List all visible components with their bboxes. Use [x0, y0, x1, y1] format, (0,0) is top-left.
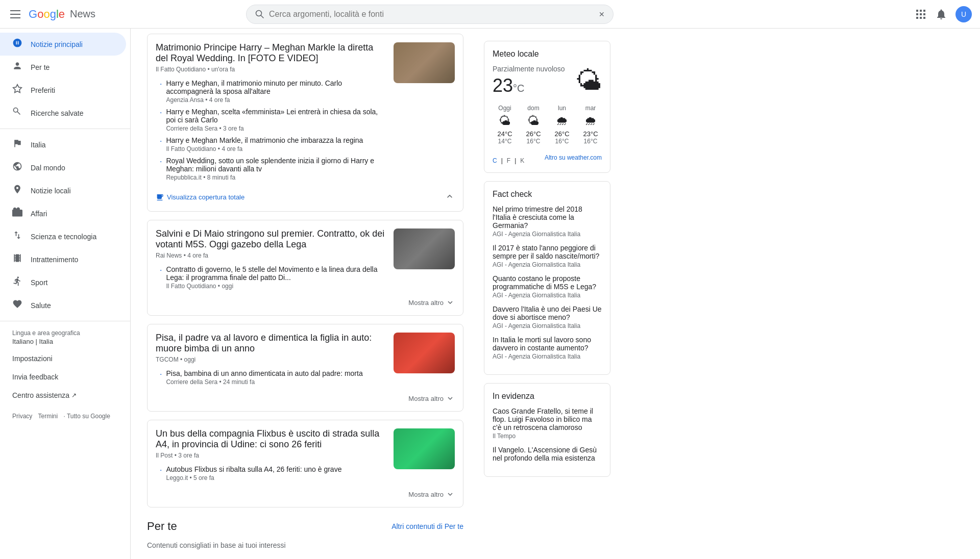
article-title[interactable]: Salvini e Di Maio stringono sul premier.… [156, 228, 385, 250]
search-icon [255, 9, 265, 19]
weather-unit-links: C | F | K [493, 157, 524, 164]
svg-rect-3 [920, 10, 922, 12]
collapse-button[interactable] [445, 191, 455, 203]
in-evidenza-widget: In evidenza Caos Grande Fratello, si tem… [484, 383, 610, 477]
sub-content: Contratto di governo, le 5 stelle del Mo… [166, 265, 385, 290]
svg-rect-4 [923, 10, 925, 12]
search-bar[interactable]: ✕ [246, 5, 614, 24]
svg-line-13 [17, 112, 20, 114]
evidenza-article-title[interactable]: Caos Grande Fratello, si teme il flop. L… [493, 407, 602, 431]
sidebar-item-label: Ricerche salvate [31, 109, 84, 117]
search-input[interactable] [269, 10, 595, 19]
article-title[interactable]: Matrimonio Principe Harry – Meghan Markl… [156, 42, 385, 64]
sidebar-item-italia[interactable]: Italia [0, 133, 126, 156]
article-title[interactable]: Pisa, il padre va al lavoro e dimentica … [156, 333, 385, 354]
svg-rect-8 [916, 17, 918, 19]
show-more-button[interactable]: Mostra altro [408, 394, 455, 403]
article-source: TGCOM • oggi [156, 356, 385, 363]
sidebar-item-impostazioni[interactable]: Impostazioni [0, 349, 126, 368]
news-logo-text: News [70, 8, 95, 20]
sidebar-item-help[interactable]: Centro assistenza ↗ [0, 386, 126, 404]
forecast-icon: 🌧 [556, 114, 568, 128]
forecast-lo: 16°C [584, 138, 598, 145]
sport-icon [12, 276, 22, 289]
article-title[interactable]: Un bus della compagnia Flixbus è uscito … [156, 428, 385, 450]
fahrenheit-link[interactable]: F [507, 157, 510, 164]
kelvin-link[interactable]: K [520, 157, 524, 164]
forecast-label: lun [558, 105, 566, 112]
sub-title[interactable]: Harry e Meghan, il matrimonio minuto per… [166, 79, 385, 95]
sub-dot: · [160, 370, 162, 379]
language-setting[interactable]: Lingua e area geografica Italiano | Ital… [0, 325, 130, 349]
article-content: Salvini e Di Maio stringono sul premier.… [156, 228, 385, 294]
sub-content: Royal Wedding, sotto un sole splendente … [166, 157, 385, 181]
notification-icon[interactable] [935, 8, 947, 20]
sidebar-item-salute[interactable]: Salute [0, 294, 126, 317]
sub-title[interactable]: Harry e Meghan Markle, il matrimonio che… [166, 136, 385, 144]
sub-title[interactable]: Contratto di governo, le 5 stelle del Mo… [166, 265, 385, 282]
coverage-button[interactable]: Visualizza copertura totale [156, 193, 244, 201]
google-news-logo[interactable]: Google News [29, 8, 95, 21]
hamburger-menu[interactable] [8, 8, 22, 20]
affari-icon [12, 207, 22, 220]
sidebar-item-affari[interactable]: Affari [0, 202, 126, 225]
source-name: Rai News [156, 252, 182, 259]
fact-item-2: Quanto costano le proposte programmatich… [493, 274, 602, 299]
forecast-hi: 24°C [497, 130, 512, 138]
forecast-hi: 26°C [554, 130, 569, 138]
sidebar-item-ricerche-salvate[interactable]: Ricerche salvate [0, 101, 126, 124]
apps-icon[interactable] [915, 8, 927, 20]
sidebar-item-intrattenimento[interactable]: Intrattenimento [0, 248, 126, 271]
show-more-button[interactable]: Mostra altro [408, 490, 455, 499]
article-image [394, 228, 455, 269]
coverage-label: Visualizza copertura totale [167, 193, 244, 201]
sub-content: Pisa, bambina di un anno dimenticata in … [166, 369, 385, 386]
sidebar-item-notizie-principali[interactable]: Notizie principali [0, 33, 126, 56]
sub-source: Il Fatto Quotidiano • oggi [166, 283, 385, 290]
sidebar-item-label: Notizie locali [31, 187, 71, 195]
sub-title[interactable]: Pisa, bambina di un anno dimenticata in … [166, 369, 385, 377]
show-more-button[interactable]: Mostra altro [408, 298, 455, 307]
sub-article: · Harry e Meghan Markle, il matrimonio c… [156, 136, 385, 153]
weather-temperature: 23 [493, 75, 513, 96]
user-avatar[interactable]: U [955, 6, 972, 22]
fact-item-0: Nel primo trimestre del 2018 l'Italia è … [493, 205, 602, 238]
fact-question[interactable]: Davvero l'Italia è uno dei Paesi Ue dove… [493, 305, 602, 321]
clear-search-icon[interactable]: ✕ [599, 10, 605, 18]
about-link[interactable]: Tutto su Google [67, 413, 110, 420]
per-te-title: Per te [147, 520, 177, 533]
sub-source: Leggo.it • 5 ore fa [166, 474, 385, 481]
fact-question[interactable]: Nel primo trimestre del 2018 l'Italia è … [493, 205, 602, 230]
source-time: 3 ore fa [178, 452, 199, 459]
privacy-link[interactable]: Privacy [12, 413, 32, 420]
svg-rect-5 [916, 13, 918, 15]
fact-question[interactable]: Quanto costano le proposte programmatich… [493, 274, 602, 291]
forecast-today: Oggi 🌤 24°C 14°C [493, 105, 517, 145]
show-more-label: Mostra altro [408, 491, 444, 498]
fact-question[interactable]: Il 2017 è stato l'anno peggiore di sempr… [493, 244, 602, 260]
fact-item-4: In Italia le morti sul lavoro sono davve… [493, 336, 602, 360]
sidebar-item-scienza-tecnologia[interactable]: Scienza e tecnologia [0, 225, 126, 248]
sidebar-item-label: Sport [31, 278, 47, 287]
sub-title[interactable]: Harry e Meghan, scelta «femminista» Lei … [166, 108, 385, 124]
weather-more-link[interactable]: Altro su weather.com [545, 154, 602, 161]
sidebar-item-notizie-locali[interactable]: Notizie locali [0, 179, 126, 202]
sub-source: Agenzia Ansa • 4 ore fa [166, 96, 385, 104]
sub-title[interactable]: Autobus Flixbus si ribalta sulla A4, 26 … [166, 465, 385, 473]
article-image [394, 333, 455, 373]
sub-title[interactable]: Royal Wedding, sotto un sole splendente … [166, 157, 385, 173]
sidebar-item-sport[interactable]: Sport [0, 271, 126, 294]
svg-rect-9 [920, 17, 922, 19]
forecast-icon: 🌧 [584, 114, 597, 128]
terms-link[interactable]: Termini [38, 413, 58, 420]
sidebar-item-dal-mondo[interactable]: Dal mondo [0, 156, 126, 179]
evidenza-article-title[interactable]: Il Vangelo. L'Ascensione di Gesù nel pro… [493, 446, 602, 462]
fact-question[interactable]: In Italia le morti sul lavoro sono davve… [493, 336, 602, 352]
sidebar-item-feedback[interactable]: Invia feedback [0, 368, 126, 386]
sidebar-item-label: Italia [31, 141, 46, 149]
sidebar-item-preferiti[interactable]: Preferiti [0, 79, 126, 101]
altri-contenuti-per-te-link[interactable]: Altri contenuti di Per te [391, 522, 463, 530]
celsius-link[interactable]: C [493, 157, 497, 164]
sidebar-item-per-te[interactable]: Per te [0, 56, 126, 79]
weather-description: Parzialmente nuvoloso [493, 65, 565, 73]
